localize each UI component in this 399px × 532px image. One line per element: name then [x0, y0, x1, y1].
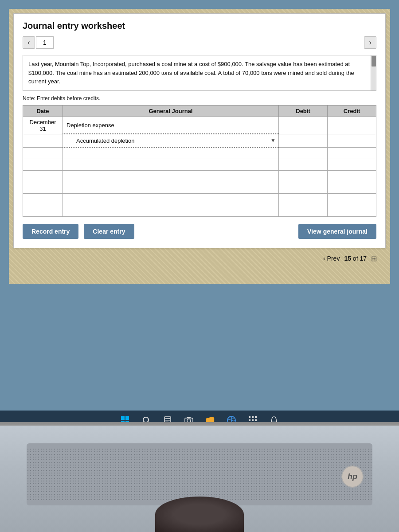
view-general-journal-button[interactable]: View general journal [298, 224, 376, 239]
prev-label: Prev [327, 255, 340, 262]
nav-prev-button[interactable]: ‹ [23, 36, 35, 49]
credit-input-8[interactable] [328, 205, 376, 216]
date-cell-4 [23, 159, 63, 170]
laptop-body: hp [0, 426, 399, 532]
prev-button[interactable]: ‹ Prev [323, 255, 340, 262]
dropdown-arrow-icon[interactable]: ▼ [270, 137, 276, 144]
col-header-debit: Debit [279, 105, 328, 117]
journal-table: Date General Journal Debit Credit Decemb… [23, 105, 376, 217]
speaker-grille [27, 448, 372, 501]
worksheet-title: Journal entry worksheet [23, 21, 376, 31]
pagination-of: of 17 [353, 255, 367, 262]
svg-rect-15 [249, 416, 250, 418]
table-row [23, 159, 376, 170]
svg-rect-18 [249, 419, 250, 421]
nav-next-button[interactable]: › [364, 36, 376, 49]
problem-text: Last year, Mountain Top, Incorporated, p… [28, 61, 354, 85]
svg-rect-16 [252, 416, 254, 418]
table-row [23, 193, 376, 205]
note-text: Note: Enter debits before credits. [23, 95, 376, 102]
date-cell-december31: December31 [23, 117, 63, 134]
table-row: December31 Depletion expense [23, 117, 376, 134]
screen: Journal entry worksheet ‹ 1 › Last year,… [9, 9, 390, 284]
col-header-credit: Credit [328, 105, 376, 117]
svg-rect-0 [121, 416, 125, 420]
grid-icon[interactable]: ⊞ [371, 254, 377, 263]
date-cell-2 [23, 134, 63, 147]
svg-rect-17 [255, 416, 257, 418]
table-row [23, 182, 376, 193]
date-cell-8 [23, 205, 63, 216]
table-row [23, 147, 376, 159]
hand-area [155, 497, 244, 532]
buttons-row: Record entry Clear entry View general jo… [23, 224, 376, 239]
date-cell-5 [23, 170, 63, 182]
debit-input-1[interactable] [279, 117, 328, 134]
hp-logo: hp [341, 466, 364, 488]
laptop-keyboard [27, 443, 372, 505]
table-row [23, 170, 376, 182]
worksheet-card: Journal entry worksheet ‹ 1 › Last year,… [13, 13, 386, 248]
svg-rect-1 [125, 416, 129, 420]
pagination-current: 15 [344, 255, 351, 262]
credit-input-5[interactable] [328, 170, 376, 182]
svg-rect-12 [187, 417, 191, 418]
prev-chevron-icon: ‹ [323, 255, 325, 262]
debit-input-2[interactable] [279, 134, 328, 147]
debit-input-3[interactable] [279, 147, 328, 159]
table-row: Accumulated depletion ▼ [23, 134, 376, 147]
account-cell-7[interactable] [63, 193, 279, 205]
account-cell-4[interactable] [63, 159, 279, 170]
svg-rect-7 [165, 418, 170, 419]
scrollbar-thumb[interactable] [372, 56, 376, 66]
record-entry-button[interactable]: Record entry [23, 224, 78, 239]
debit-input-4[interactable] [279, 159, 328, 170]
account-cell-8[interactable] [63, 205, 279, 216]
date-cell-7 [23, 193, 63, 205]
account-cell-depletion-expense[interactable]: Depletion expense [63, 117, 279, 134]
clear-entry-button[interactable]: Clear entry [84, 224, 134, 239]
svg-rect-19 [252, 419, 254, 421]
svg-rect-20 [255, 419, 257, 421]
pagination-info: 15 of 17 [344, 255, 367, 262]
scrollbar[interactable] [371, 55, 376, 90]
problem-text-box: Last year, Mountain Top, Incorporated, p… [23, 55, 376, 91]
svg-rect-8 [165, 420, 170, 421]
credit-input-2[interactable] [328, 134, 376, 147]
pagination-row: ‹ Prev 15 of 17 ⊞ [13, 248, 386, 269]
date-cell-3 [23, 147, 63, 159]
date-cell-6 [23, 182, 63, 193]
account-cell-accumulated-depletion[interactable]: Accumulated depletion ▼ [63, 134, 279, 147]
account-cell-5[interactable] [63, 170, 279, 182]
credit-input-6[interactable] [328, 182, 376, 193]
nav-page-number: 1 [36, 36, 54, 49]
navigation-row: ‹ 1 › [23, 36, 376, 49]
col-header-general-journal: General Journal [63, 105, 279, 117]
account-cell-3[interactable] [63, 147, 279, 159]
debit-input-6[interactable] [279, 182, 328, 193]
credit-input-4[interactable] [328, 159, 376, 170]
debit-input-8[interactable] [279, 205, 328, 216]
credit-input-1[interactable] [328, 117, 376, 134]
table-row [23, 205, 376, 216]
debit-input-5[interactable] [279, 170, 328, 182]
credit-input-3[interactable] [328, 147, 376, 159]
col-header-date: Date [23, 105, 63, 117]
debit-input-7[interactable] [279, 193, 328, 205]
account-cell-6[interactable] [63, 182, 279, 193]
credit-input-7[interactable] [328, 193, 376, 205]
